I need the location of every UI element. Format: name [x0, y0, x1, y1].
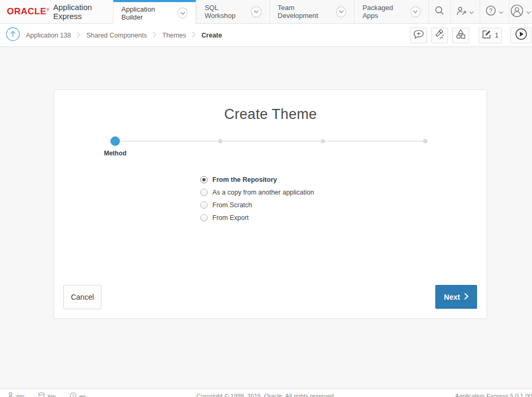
radio-option-from-repository[interactable]: From the Repository: [200, 174, 314, 185]
spotlight-button[interactable]: [431, 27, 448, 43]
chevron-down-icon[interactable]: [178, 7, 188, 19]
chevron-down-icon: [526, 7, 531, 16]
radio-option-label: From the Repository: [212, 176, 277, 183]
edit-page-number: 1: [494, 31, 498, 39]
chevron-down-icon[interactable]: [410, 6, 421, 17]
tab-label: SQL Workshop: [204, 4, 246, 20]
breadcrumb-item-themes[interactable]: Themes: [162, 32, 186, 39]
edit-page-icon: [482, 30, 491, 41]
radio-unselected-icon[interactable]: [200, 214, 208, 221]
clock-icon: [70, 392, 77, 397]
radio-option-copy-from-application[interactable]: As a copy from another application: [200, 187, 314, 198]
footer-schema-name: tim: [48, 393, 55, 397]
run-icon: [515, 28, 527, 42]
step-dot-method-current: [110, 136, 120, 146]
radio-selected-icon[interactable]: [200, 176, 208, 183]
chevron-right-icon: [464, 293, 469, 301]
radio-option-from-export[interactable]: From Export: [200, 213, 314, 223]
page-footer: tim tim en Copyright © 1999, 2015, Oracl…: [0, 389, 532, 397]
step-dot-pending: [218, 139, 222, 143]
page-title: Create Theme: [54, 106, 487, 123]
svg-text:?: ?: [489, 7, 492, 14]
breadcrumb-bar: Application 138 Shared Components Themes…: [0, 24, 532, 47]
oracle-apex-logo: ORACLE® Application Express: [0, 0, 113, 23]
page-toolbar: 1: [410, 27, 532, 43]
run-page-button[interactable]: [510, 27, 531, 43]
feedback-bubble-icon: [413, 30, 424, 41]
search-icon: [435, 6, 444, 17]
chevron-right-icon: [153, 31, 156, 40]
breadcrumb: Application 138 Shared Components Themes…: [26, 31, 222, 40]
breadcrumb-item-shared-components[interactable]: Shared Components: [86, 32, 147, 39]
chevron-right-icon: [192, 31, 195, 40]
radio-option-label: As a copy from another application: [212, 189, 314, 196]
shared-components-button[interactable]: [452, 27, 469, 43]
create-theme-option-group: From the Repository As a copy from anoth…: [200, 174, 314, 225]
footer-language: en: [70, 392, 86, 397]
radio-option-label: From Scratch: [212, 201, 252, 209]
tab-packaged-apps[interactable]: Packaged Apps: [354, 0, 428, 23]
train-connector: [120, 141, 218, 142]
radio-unselected-icon[interactable]: [200, 201, 208, 209]
administration-menu-button[interactable]: [450, 0, 480, 23]
product-name: Application Express: [53, 3, 113, 21]
top-nav-bar: ORACLE® Application Express Application …: [0, 0, 532, 24]
spotlight-icon: [434, 29, 445, 42]
breadcrumb-item-create: Create: [201, 32, 222, 39]
current-step-label: Method: [104, 150, 127, 157]
create-theme-wizard-card: Create Theme Method From the Repository …: [54, 89, 487, 319]
user-admin-icon: [456, 6, 466, 17]
account-menu-button[interactable]: [509, 0, 532, 23]
footer-language-code: en: [79, 393, 86, 397]
next-button-label: Next: [444, 293, 460, 301]
chevron-right-icon: [77, 31, 80, 40]
chevron-down-icon[interactable]: [251, 6, 261, 17]
oracle-wordmark: ORACLE®: [7, 6, 50, 17]
search-button[interactable]: [428, 0, 450, 23]
footer-user-name: tim: [16, 393, 24, 397]
footer-schema: tim: [38, 392, 55, 397]
database-icon: [38, 392, 45, 397]
footer-user: tim: [7, 392, 24, 397]
help-icon: ?: [486, 5, 496, 18]
breadcrumb-item-application[interactable]: Application 138: [26, 32, 71, 39]
top-nav-actions: ?: [428, 0, 532, 23]
step-dot-pending: [321, 139, 325, 143]
chevron-down-icon[interactable]: [336, 6, 346, 17]
tab-label: Team Development: [278, 4, 331, 20]
cancel-button[interactable]: Cancel: [63, 285, 101, 309]
tab-label: Packaged Apps: [362, 4, 406, 20]
tab-label: Application Builder: [122, 5, 173, 21]
radio-option-label: From Export: [212, 214, 249, 221]
footer-copyright: Copyright © 1999, 2015, Oracle. All righ…: [197, 393, 335, 397]
shapes-icon: [455, 29, 466, 41]
step-dot-pending: [423, 139, 427, 143]
tab-application-builder[interactable]: Application Builder: [113, 0, 197, 24]
wizard-progress-train: [54, 136, 487, 146]
train-connector: [222, 141, 321, 142]
tab-sql-workshop[interactable]: SQL Workshop: [196, 0, 269, 23]
chevron-down-icon: [469, 7, 474, 16]
up-level-button[interactable]: [6, 27, 20, 43]
person-icon: [7, 392, 14, 397]
edit-page-button[interactable]: 1: [479, 27, 502, 43]
arrow-up-circle-icon: [6, 27, 20, 43]
train-connector: [325, 141, 423, 142]
feedback-button[interactable]: [410, 27, 427, 43]
radio-option-from-scratch[interactable]: From Scratch: [200, 200, 314, 210]
radio-unselected-icon[interactable]: [200, 189, 208, 196]
apex-create-theme-screen: ORACLE® Application Express Application …: [0, 0, 532, 397]
next-button[interactable]: Next: [435, 285, 477, 309]
chevron-down-icon: [499, 7, 503, 16]
tab-team-development[interactable]: Team Development: [269, 0, 354, 23]
footer-version: Application Express 5.0.1.00.06: [455, 393, 532, 397]
account-icon: [510, 4, 524, 20]
help-menu-button[interactable]: ?: [480, 0, 509, 23]
